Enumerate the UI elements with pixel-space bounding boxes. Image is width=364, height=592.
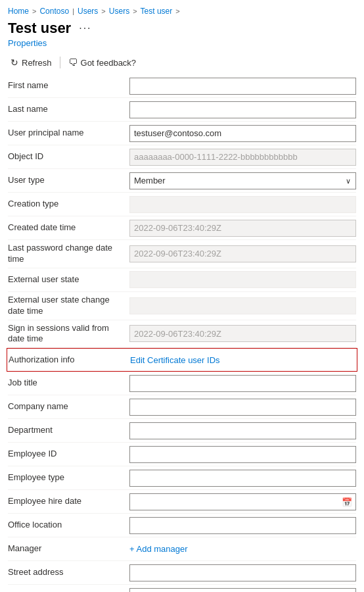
input-last-name[interactable] [129, 101, 356, 118]
edit-certificate-link[interactable]: Edit Certificate user IDs [130, 355, 220, 365]
form-value-3 [129, 149, 356, 166]
form-row-created-date-time: Created date time [8, 216, 356, 240]
form-row-last-name: Last name [8, 98, 356, 122]
form-value-5 [129, 196, 356, 213]
form-label-20: Street address [8, 567, 129, 578]
refresh-icon: ↻ [11, 57, 18, 68]
form-value-12[interactable] [129, 375, 356, 392]
input-department[interactable] [129, 422, 356, 439]
input-external-user-state-change-date-time [129, 297, 356, 314]
form-value-4[interactable]: MemberGuest∨ [129, 172, 356, 189]
form-row-company-name: Company name [8, 395, 356, 419]
form-label-7: Last password change date time [8, 243, 129, 265]
form-row-city: City [8, 585, 356, 592]
form-label-8: External user state [8, 274, 129, 285]
input-street-address[interactable] [129, 564, 356, 581]
input-company-name[interactable] [129, 399, 356, 416]
form-row-object-id: Object ID [8, 145, 356, 169]
form-value-6 [129, 220, 356, 237]
form-label-4: User type [8, 175, 129, 186]
form-value-0[interactable] [129, 78, 356, 95]
input-job-title[interactable] [129, 375, 356, 392]
employee-hire-date-input[interactable] [129, 493, 356, 510]
input-office-location[interactable] [129, 517, 356, 534]
feedback-button[interactable]: 🗨 Got feedback? [66, 56, 139, 69]
toolbar-divider [60, 57, 60, 68]
date-input-wrapper: 📅 [129, 493, 356, 510]
breadcrumb-sep-3: > [133, 7, 137, 15]
breadcrumb-sep-2: > [101, 7, 105, 15]
form-label-2: User principal name [8, 128, 129, 139]
form-row-employee-hire-date: Employee hire date📅 [8, 490, 356, 514]
form-row-external-user-state-change-date-time: External user state change date time [8, 292, 356, 320]
form-container: First nameLast nameUser principal nameOb… [0, 74, 364, 592]
form-value-18[interactable] [129, 517, 356, 534]
breadcrumb-users[interactable]: Users [109, 7, 129, 16]
form-value-17[interactable]: 📅 [129, 493, 356, 510]
input-employee-type[interactable] [129, 470, 356, 487]
form-label-12: Job title [8, 378, 129, 389]
form-label-9: External user state change date time [8, 295, 129, 317]
input-sign-in-sessions-valid-from-date-time [129, 325, 356, 342]
form-row-manager: Manager+ Add manager [8, 537, 356, 561]
form-row-employee-type: Employee type [8, 466, 356, 490]
form-label-13: Company name [8, 401, 129, 412]
breadcrumb-contoso[interactable]: Contoso [39, 7, 69, 16]
form-value-14[interactable] [129, 422, 356, 439]
breadcrumb-test-user[interactable]: Test user [141, 7, 173, 16]
more-options-button[interactable]: ··· [76, 21, 94, 36]
properties-tab[interactable]: Properties [0, 37, 364, 52]
form-label-1: Last name [8, 104, 129, 115]
form-value-1[interactable] [129, 101, 356, 118]
form-value-13[interactable] [129, 399, 356, 416]
form-value-8 [129, 271, 356, 288]
form-label-18: Office location [8, 520, 129, 531]
breadcrumb: Home > Contoso | Users > Users > Test us… [0, 0, 364, 18]
form-row-first-name: First name [8, 74, 356, 98]
form-row-office-location: Office location [8, 514, 356, 537]
form-value-9 [129, 297, 356, 314]
breadcrumb-users-parent[interactable]: Users [78, 7, 98, 16]
form-row-authorization-info: Authorization infoEdit Certificate user … [7, 348, 357, 372]
breadcrumb-home[interactable]: Home [8, 7, 29, 16]
add-manager-link[interactable]: + Add manager [129, 544, 356, 554]
form-row-user-type: User typeMemberGuest∨ [8, 169, 356, 193]
page-title-area: Test user ··· [0, 18, 364, 37]
form-value-19[interactable]: + Add manager [129, 544, 356, 554]
select-wrapper-4: MemberGuest∨ [129, 172, 356, 189]
input-city[interactable] [129, 588, 356, 592]
breadcrumb-sep-1: | [72, 7, 74, 15]
breadcrumb-sep-4: > [175, 7, 179, 15]
form-label-16: Employee type [8, 472, 129, 483]
form-value-15[interactable] [129, 446, 356, 463]
toolbar: ↻ Refresh 🗨 Got feedback? [0, 52, 364, 74]
form-row-external-user-state: External user state [8, 268, 356, 292]
input-user-principal-name[interactable] [129, 125, 356, 142]
form-label-6: Created date time [8, 222, 129, 234]
form-row-employee-id: Employee ID [8, 443, 356, 466]
input-created-date-time [129, 220, 356, 237]
form-label-15: Employee ID [8, 449, 129, 460]
form-value-20[interactable] [129, 564, 356, 581]
refresh-button[interactable]: ↻ Refresh [8, 56, 55, 69]
form-label-17: Employee hire date [8, 496, 129, 507]
input-object-id [129, 149, 356, 166]
form-value-11[interactable]: Edit Certificate user IDs [130, 355, 355, 365]
form-value-2[interactable] [129, 125, 356, 142]
form-row-street-address: Street address [8, 561, 356, 585]
form-value-21[interactable] [129, 588, 356, 592]
form-row-sign-in-sessions-valid-from-date-time: Sign in sessions valid from date time [8, 320, 356, 349]
form-row-last-password-change-date-time: Last password change date time [8, 240, 356, 268]
form-label-11: Authorization info [9, 355, 130, 366]
input-creation-type [129, 196, 356, 213]
form-label-5: Creation type [8, 199, 129, 210]
feedback-label: Got feedback? [81, 58, 137, 68]
input-employee-id[interactable] [129, 446, 356, 463]
input-external-user-state [129, 271, 356, 288]
form-value-16[interactable] [129, 470, 356, 487]
select-user-type[interactable]: MemberGuest [129, 172, 356, 189]
breadcrumb-sep-0: > [32, 7, 36, 15]
input-first-name[interactable] [129, 78, 356, 95]
form-label-0: First name [8, 80, 129, 91]
form-label-3: Object ID [8, 151, 129, 162]
